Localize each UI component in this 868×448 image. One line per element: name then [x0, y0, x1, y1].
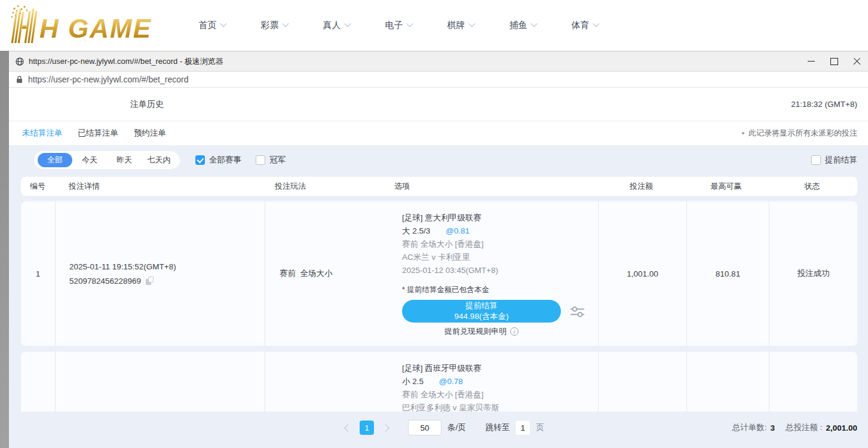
table-row: 1 2025-01-11 19:15:52(GMT+8) 52097824562… [21, 201, 857, 346]
globe-icon [16, 57, 24, 66]
server-clock: 21:18:32 (GMT+8) [791, 88, 857, 121]
filter-yesterday[interactable]: 昨天 [107, 153, 142, 167]
nav-item-home[interactable]: 首页 [188, 20, 236, 31]
checkbox-icon [256, 155, 265, 165]
info-icon[interactable] [510, 327, 519, 336]
pagination: 1 条/页 跳转至 页 [345, 420, 544, 435]
nav-item-lottery[interactable]: 彩票 [250, 20, 298, 31]
address-bar[interactable]: https://user-pc-new.jylywl.com/#/bet_rec… [9, 72, 868, 88]
tab-unsettled[interactable]: 未结算注单 [22, 128, 63, 139]
cashout-rule-link[interactable]: 提前兑现规则申明 [444, 326, 507, 337]
filter-all[interactable]: 全部 [38, 153, 72, 167]
tab-settled[interactable]: 已结算注单 [78, 128, 119, 139]
chevron-down-icon [593, 20, 599, 26]
match-teams: AC米兰 v 卡利亚里 [402, 251, 598, 264]
window-left-shadow [0, 51, 9, 448]
maximize-icon [830, 58, 838, 65]
match-filter-group: 全部赛事 冠军 [195, 155, 286, 165]
page-size-input[interactable] [408, 420, 441, 435]
league: [足球] 意大利甲级联赛 [402, 211, 598, 225]
logo-text: H GAME [39, 14, 152, 43]
close-button[interactable] [845, 51, 868, 71]
current-page-button[interactable]: 1 [360, 421, 374, 435]
nav-item-sports[interactable]: 体育 [561, 20, 609, 31]
notice-text: 此记录将显示所有未派彩的投注 [749, 128, 857, 139]
browser-window: https://user-pc-new.jylywl.com/#/bet_rec… [9, 51, 868, 448]
col-header-play: 投注玩法 [265, 181, 385, 192]
col-header-no: 编号 [21, 181, 55, 192]
market: 赛前 全场大小 [香港盘] [402, 238, 598, 251]
filter-row: 全部 今天 昨天 七天内 全部赛事 冠军 [34, 151, 857, 169]
chevron-down-icon [530, 20, 537, 26]
nav-item-slots[interactable]: 电子 [375, 20, 422, 31]
minimize-button[interactable] [800, 51, 823, 71]
option-cell: [足球] 意大利甲级联赛 大 2.5/3 @0.81 赛前 全场大小 [香港盘]… [386, 201, 598, 346]
table-header: 编号 投注详情 投注玩法 选项 投注额 最高可赢 状态 [21, 177, 857, 196]
checkbox-champion[interactable]: 冠军 [256, 155, 286, 165]
total-amount: 2,001.00 [826, 424, 857, 432]
cashout-button[interactable]: 提前结算 944.98(含本金) [402, 300, 561, 323]
col-header-detail: 投注详情 [55, 181, 265, 192]
odds: @0.78 [439, 377, 463, 386]
nav-item-cards[interactable]: 棋牌 [437, 20, 484, 31]
sliders-icon[interactable] [569, 303, 585, 320]
league: [足球] 西班牙甲级联赛 [402, 362, 598, 375]
minimize-icon [808, 61, 815, 62]
bet-id: 5209782456228969 [69, 277, 141, 286]
close-icon [853, 57, 861, 65]
chevron-down-icon [220, 20, 226, 26]
total-amount-label: 总投注额 : [786, 422, 823, 433]
per-page-label: 条/页 [447, 422, 466, 433]
filter-today[interactable]: 今天 [72, 153, 107, 167]
date-filter-group: 全部 今天 昨天 七天内 [34, 151, 180, 169]
selection: 大 2.5/3 [402, 226, 430, 235]
tab-reserved[interactable]: 预约注单 [134, 128, 166, 139]
next-page-icon[interactable] [382, 424, 389, 432]
site-header: H GAME 首页 彩票 真人 电子 棋牌 [0, 0, 868, 51]
chevron-down-icon [468, 20, 475, 26]
site-logo[interactable]: H GAME [8, 4, 168, 49]
main-nav: 首页 彩票 真人 电子 棋牌 捕鱼 [188, 0, 623, 51]
match-time: 2025-01-12 03:45(GMT+8) [402, 264, 598, 277]
nav-item-fishing[interactable]: 捕鱼 [499, 20, 547, 31]
col-header-option: 选项 [385, 181, 597, 192]
col-header-amount: 投注额 [597, 181, 685, 192]
jump-page-input[interactable] [515, 420, 530, 435]
bet-time: 2025-01-11 19:15:52(GMT+8) [69, 262, 265, 271]
max-win: 810.81 [687, 201, 769, 346]
address-url: https://user-pc-new.jylywl.com/#/bet_rec… [28, 75, 188, 84]
bet-amount: 1,001.00 [599, 201, 687, 346]
screen: H GAME 首页 彩票 真人 电子 棋牌 [0, 0, 868, 448]
copy-icon[interactable] [146, 277, 154, 285]
summary-totals: 总计单数: 3 总投注额 : 2,001.00 [732, 420, 857, 435]
col-header-status: 状态 [767, 181, 857, 192]
maximize-button[interactable] [823, 51, 845, 71]
window-controls [800, 51, 868, 71]
bullet-icon [742, 132, 744, 134]
prev-page-icon[interactable] [344, 424, 352, 432]
chevron-down-icon [406, 20, 413, 26]
play-option-cell: 赛前 全场大小 [足球] 意大利甲级联赛 大 2.5/3 @0.81 赛前 全场… [265, 201, 599, 346]
checkbox-icon [811, 155, 821, 165]
status-badge: 投注成功 [769, 201, 857, 346]
checkbox-all-matches[interactable]: 全部赛事 [195, 155, 241, 165]
chevron-down-icon [282, 20, 289, 26]
browser-titlebar: https://user-pc-new.jylywl.com/#/bet_rec… [9, 51, 868, 72]
page-title: 注单历史 [130, 88, 164, 121]
total-count-label: 总计单数: [732, 422, 767, 433]
row-number: 1 [21, 201, 56, 346]
window-title: https://user-pc-new.jylywl.com/#/bet_rec… [29, 56, 800, 67]
cashout-note: * 提前结算金额已包含本金 [402, 285, 598, 295]
market: 赛前 全场大小 [香港盘] [402, 388, 598, 401]
filter-7days[interactable]: 七天内 [142, 153, 176, 167]
selection: 小 2.5 [402, 377, 424, 386]
nav-item-live[interactable]: 真人 [312, 20, 360, 31]
bet-record-page: 注单历史 21:18:32 (GMT+8) 未结算注单 已结算注单 预约注单 此… [9, 88, 868, 448]
total-count: 3 [770, 424, 775, 432]
play-type: 赛前 全场大小 [265, 201, 386, 346]
notice: 此记录将显示所有未派彩的投注 [742, 128, 857, 139]
page-unit-label: 页 [536, 422, 544, 433]
checkbox-early-settle[interactable]: 提前结算 [811, 155, 857, 165]
bet-detail-cell: 2025-01-11 19:15:52(GMT+8) 5209782456228… [56, 201, 265, 346]
checkbox-icon [195, 155, 205, 165]
